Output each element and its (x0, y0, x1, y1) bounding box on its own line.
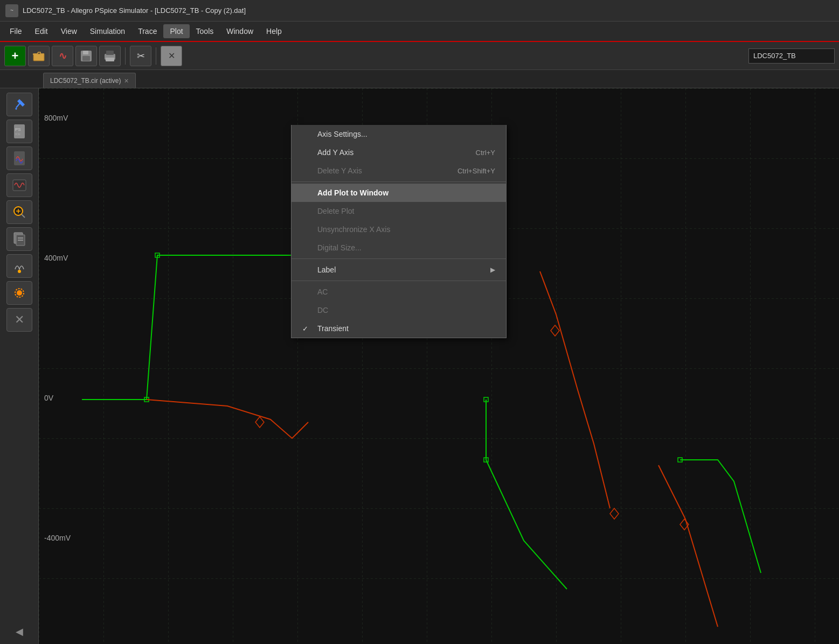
menu-bar: File Edit View Simulation Trace Plot Too… (0, 22, 839, 42)
plot-dropdown-menu: Axis Settings...Add Y AxisCtrl+YDelete Y… (291, 125, 507, 338)
menu-item-delete-y-axis: Delete Y AxisCtrl+Shift+Y (292, 162, 506, 180)
plot-area: 800mV 400mV 0V -400mV (39, 88, 839, 644)
menu-label-4: Add Plot to Window (317, 188, 389, 197)
menu-item-add-plot-to-window[interactable]: Add Plot to Window (292, 184, 506, 202)
title-bar: ~ LDC5072_TB - Allegro PSpice Simulator … (0, 0, 839, 22)
menu-separator-10 (292, 281, 506, 281)
svg-text:400mV: 400mV (44, 254, 68, 262)
menu-help[interactable]: Help (260, 24, 288, 38)
menu-separator-8 (292, 258, 506, 259)
pages-button[interactable] (6, 227, 32, 251)
menu-label-1: Add Y Axis (317, 148, 353, 157)
svg-text:0V: 0V (44, 394, 54, 402)
menu-item-add-y-axis[interactable]: Add Y AxisCtrl+Y (292, 143, 506, 162)
collapse-arrow[interactable]: ◀ (13, 624, 25, 640)
app-icon: ~ (5, 4, 18, 17)
separator-1 (125, 47, 126, 65)
svg-text:-400mV: -400mV (44, 534, 71, 542)
menu-edit[interactable]: Edit (29, 24, 54, 38)
menu-simulation[interactable]: Simulation (84, 24, 131, 38)
window-title: LDC5072_TB - Allegro PSpice Simulator - … (23, 6, 246, 15)
doc2-button[interactable] (6, 146, 32, 170)
menu-view[interactable]: View (54, 24, 84, 38)
svg-rect-31 (155, 253, 160, 257)
pin-tool-button[interactable] (6, 93, 32, 116)
menu-label-13: Transient (317, 324, 349, 333)
svg-rect-3 (82, 56, 90, 61)
cancel-button[interactable]: ✕ (6, 308, 32, 332)
main-area: PS ICE (0, 88, 839, 644)
svg-rect-33 (484, 397, 488, 402)
menu-item-ac: AC (292, 283, 506, 301)
svg-marker-39 (680, 519, 689, 530)
menu-item-transient[interactable]: ✓Transient (292, 319, 506, 338)
save-button[interactable] (75, 46, 97, 66)
svg-marker-37 (551, 325, 559, 336)
settings-button[interactable] (6, 281, 32, 305)
tab-bar: LDC5072_TB.cir (active) × (0, 70, 839, 88)
menu-label-5: Delete Plot (317, 207, 354, 215)
menu-label-9: Label (317, 265, 336, 274)
svg-text:800mV: 800mV (44, 114, 68, 122)
zoom-button[interactable] (6, 200, 32, 224)
svg-rect-2 (83, 51, 88, 54)
tab-label: LDC5072_TB.cir (active) (50, 77, 121, 85)
svg-rect-6 (106, 58, 114, 61)
menu-item-unsynchronize-x-axis: Unsynchronize X Axis (292, 220, 506, 239)
menu-item-label[interactable]: Label▶ (292, 261, 506, 279)
svg-line-13 (22, 214, 25, 218)
toolbar: + ∿ ✂ ✕ (0, 42, 839, 70)
svg-text:PS: PS (15, 127, 21, 132)
menu-item-digital-size: Digital Size... (292, 239, 506, 257)
menu-window[interactable]: Window (220, 24, 260, 38)
svg-rect-34 (484, 458, 488, 462)
active-tab[interactable]: LDC5072_TB.cir (active) × (43, 73, 136, 88)
menu-shortcut-2: Ctrl+Shift+Y (457, 167, 495, 175)
new-button[interactable]: + (4, 46, 26, 66)
menu-shortcut-1: Ctrl+Y (476, 149, 495, 157)
svg-marker-36 (255, 417, 264, 428)
menu-item-delete-plot: Delete Plot (292, 202, 506, 220)
svg-point-18 (18, 270, 21, 273)
print-button[interactable] (99, 46, 121, 66)
menu-tools[interactable]: Tools (190, 24, 220, 38)
svg-point-19 (17, 290, 22, 296)
menu-label-2: Delete Y Axis (317, 166, 362, 175)
menu-file[interactable]: File (3, 24, 29, 38)
submenu-arrow-9: ▶ (490, 266, 495, 274)
doc1-button[interactable]: PS ICE (6, 120, 32, 143)
cut-button[interactable]: ✂ (130, 46, 151, 66)
profile-input[interactable] (748, 48, 835, 64)
menu-separator-3 (292, 181, 506, 182)
wave-button[interactable]: ∿ (52, 46, 73, 66)
menu-label-12: DC (317, 306, 328, 314)
menu-label-6: Unsynchronize X Axis (317, 225, 390, 234)
menu-label-7: Digital Size... (317, 243, 362, 252)
svg-rect-5 (106, 51, 114, 55)
tab-close-button[interactable]: × (124, 76, 128, 85)
menu-check-13: ✓ (302, 325, 313, 333)
menu-label-11: AC (317, 288, 328, 296)
svg-text:ICE: ICE (15, 132, 20, 136)
open-button[interactable] (28, 46, 50, 66)
svg-marker-38 (610, 508, 619, 519)
probe-button[interactable] (6, 254, 32, 278)
menu-item-dc: DC (292, 301, 506, 319)
svg-rect-0 (33, 54, 44, 61)
scope-button[interactable] (6, 173, 32, 197)
close-x-button[interactable]: ✕ (161, 46, 182, 66)
svg-rect-35 (678, 458, 682, 462)
menu-label-0: Axis Settings... (317, 130, 368, 138)
menu-trace[interactable]: Trace (131, 24, 163, 38)
svg-rect-30 (144, 397, 149, 402)
left-sidebar: PS ICE (0, 88, 39, 644)
menu-plot[interactable]: Plot (163, 24, 189, 38)
separator-2 (156, 47, 156, 65)
menu-item-axis-settings[interactable]: Axis Settings... (292, 125, 506, 143)
